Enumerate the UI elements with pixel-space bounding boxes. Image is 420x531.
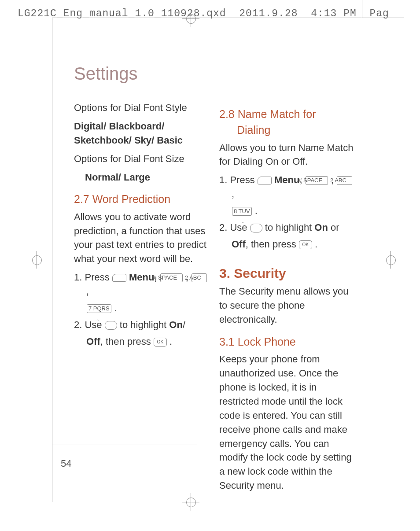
menu-label: Menu: [274, 174, 299, 185]
dial-font-size-label: Options for Dial Font Size: [74, 152, 210, 166]
nm-step2-prefix: 2. Use: [219, 222, 250, 233]
on-label: On: [314, 222, 328, 233]
key-2-icon: 2 ABC: [192, 273, 207, 282]
nav-key-icon: [105, 321, 117, 330]
key-8-icon: 8 TUV: [232, 207, 252, 216]
on-label: On: [169, 319, 183, 330]
page-title: Settings: [74, 64, 138, 84]
ok-key-icon: OK: [154, 338, 167, 347]
registration-mark-top: [182, 10, 199, 27]
nm-step-2: 2. Use to highlight On or: [219, 221, 356, 235]
column-right: 2.8 Name Match for Dialing Allows you to…: [219, 99, 356, 497]
wp-step-1b: 7 PQRS .: [74, 301, 210, 315]
dial-font-style-options: Digital/ Blackboard/ Sketchbook/ Sky/ Ba…: [74, 119, 210, 148]
wp-step-1: 1. Press Menu, # SPACE , 2 ABC ,: [74, 270, 210, 299]
word-prediction-desc: Allows you to activate word prediction, …: [74, 210, 210, 266]
registration-mark-right: [382, 251, 399, 269]
slash: /: [183, 319, 185, 330]
menu-label: Menu: [129, 272, 154, 283]
heading-2-8: 2.8 Name Match for Dialing: [219, 106, 356, 138]
wp-step-2: 2. Use to highlight On/: [74, 318, 210, 332]
heading-3: 3. Security: [219, 264, 356, 283]
heading-3-1: 3.1 Lock Phone: [219, 334, 356, 350]
nav-key-icon: [250, 224, 262, 232]
page-number: 54: [61, 458, 71, 469]
heading-2-8-line1: 2.8 Name Match for: [219, 108, 316, 120]
nm-step-2b: Off, then press OK .: [219, 237, 356, 251]
nm-step-1b: 8 TUV .: [219, 204, 356, 218]
dial-font-size-options: Normal/ Large: [74, 170, 210, 184]
then-press: , then press: [100, 336, 154, 347]
heading-2-7: 2.7 Word Prediction: [74, 191, 210, 207]
crop-mark-left: [52, 18, 52, 502]
softkey-icon: [258, 177, 272, 184]
registration-mark-bottom: [182, 493, 199, 511]
key-7-icon: 7 PQRS: [87, 304, 111, 313]
ok-key-icon: OK: [299, 240, 312, 249]
security-desc: The Security menu allows you to secure t…: [219, 284, 356, 327]
wp-step-2b: Off, then press OK .: [74, 335, 210, 349]
key-2-icon: 2 ABC: [337, 176, 352, 185]
nm-step2-mid: to highlight: [262, 222, 315, 233]
or-label: or: [328, 222, 339, 233]
wp-step2-prefix: 2. Use: [74, 319, 105, 330]
dial-font-style-label: Options for Dial Font Style: [74, 101, 210, 115]
off-label: Off: [86, 336, 100, 347]
header-separator: [362, 0, 362, 18]
wp-step2-mid: to highlight: [117, 319, 169, 330]
hash-key-icon: # SPACE: [160, 273, 183, 282]
crop-mark-top: [52, 18, 404, 18]
name-match-desc: Allows you to turn Name Match for Dialin…: [219, 141, 356, 169]
lock-phone-desc: Keeps your phone from unauthorized use. …: [219, 352, 356, 493]
column-left: Options for Dial Font Style Digital/ Bla…: [74, 99, 210, 350]
registration-mark-left: [28, 251, 45, 269]
crop-mark-bottom: [52, 445, 197, 445]
then-press: , then press: [246, 239, 299, 250]
nm-step-1: 1. Press Menu, # SPACE , 2 ABC ,: [219, 173, 356, 201]
off-label: Off: [232, 239, 246, 250]
heading-2-8-line2: Dialing: [237, 124, 270, 136]
hash-key-icon: # SPACE: [306, 176, 328, 185]
softkey-icon: [112, 274, 126, 282]
